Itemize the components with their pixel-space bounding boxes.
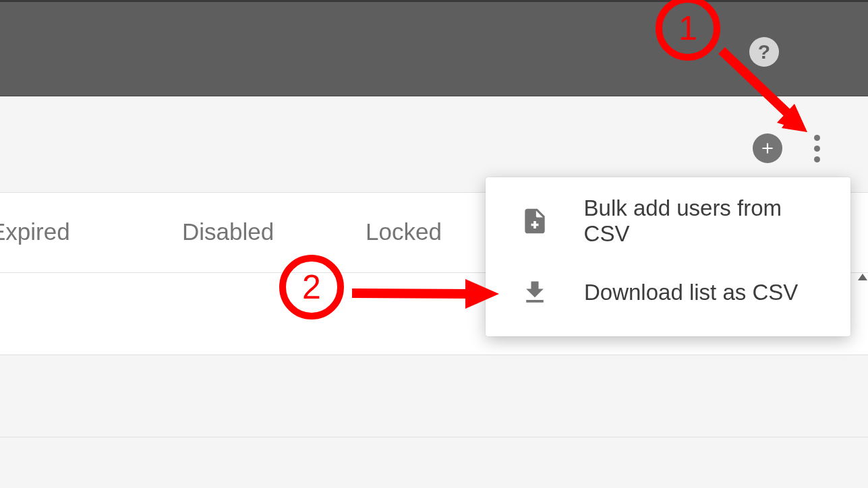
file-plus-icon: [518, 206, 552, 236]
scroll-up-icon[interactable]: [858, 274, 867, 280]
column-header-locked: Locked: [366, 218, 442, 245]
column-header-disabled: Disabled: [182, 218, 274, 245]
menu-item-label: Bulk add users from CSV: [584, 195, 832, 247]
column-header-expired: Expired: [0, 218, 70, 245]
plus-icon: [759, 140, 776, 157]
download-icon: [518, 278, 552, 307]
menu-item-download-csv[interactable]: Download list as CSV: [486, 257, 850, 328]
menu-item-label: Download list as CSV: [584, 280, 798, 305]
more-menu: Bulk add users from CSV Download list as…: [486, 177, 850, 336]
more-button[interactable]: [803, 130, 830, 166]
table-row[interactable]: [0, 355, 868, 437]
add-button[interactable]: [753, 133, 782, 163]
help-button[interactable]: ?: [749, 37, 779, 67]
app-header: ?: [0, 0, 868, 96]
more-vert-icon: [814, 135, 820, 141]
menu-item-bulk-add[interactable]: Bulk add users from CSV: [486, 185, 850, 257]
help-icon: ?: [758, 42, 770, 62]
